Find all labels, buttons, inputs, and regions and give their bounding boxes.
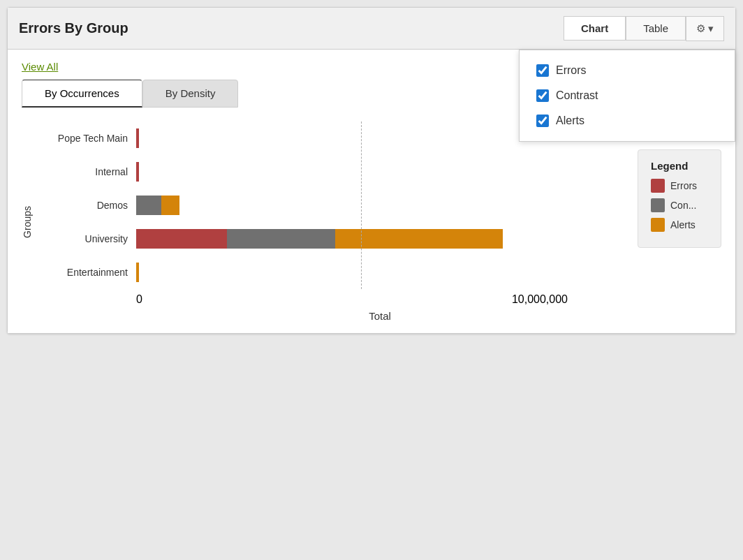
group-label: Pope Tech Main <box>38 133 136 144</box>
x-axis-ticks: 0 10,000,000 <box>136 293 624 306</box>
contrast-checkbox[interactable] <box>536 89 549 102</box>
tab-by-density[interactable]: By Density <box>142 80 239 108</box>
errors-checkbox-item: Errors <box>536 64 718 77</box>
bar-alerts <box>335 229 503 249</box>
header-controls: Chart Table ⚙ ▾ <box>564 16 724 41</box>
bar-errors <box>136 128 139 148</box>
legend-label-errors: Errors <box>670 180 697 191</box>
group-label: Entertainment <box>38 267 136 278</box>
bar-contrast <box>136 196 161 215</box>
legend-swatch-alerts <box>651 218 665 232</box>
y-axis-label: Groups <box>22 206 33 238</box>
legend-item-alerts: Alerts <box>651 218 708 232</box>
alerts-label: Alerts <box>556 115 584 127</box>
legend-title: Legend <box>651 160 708 172</box>
bar-errors <box>136 229 227 249</box>
group-label: Internal <box>38 166 136 177</box>
legend-box: Legend Errors Con... Alerts <box>638 149 721 248</box>
legend-swatch-errors <box>651 179 665 193</box>
widget-container: Errors By Group Chart Table ⚙ ▾ View All… <box>7 7 736 334</box>
bars-area <box>136 194 624 216</box>
table-row: Demos <box>38 189 624 222</box>
bars-area <box>136 228 624 250</box>
filter-dropdown: Errors Contrast Alerts <box>519 50 735 142</box>
x-tick-0: 0 <box>136 293 142 306</box>
view-all-link[interactable]: View All <box>22 61 58 73</box>
widget-header: Errors By Group Chart Table ⚙ ▾ <box>8 8 735 50</box>
legend-label-contrast: Con... <box>670 200 696 211</box>
errors-label: Errors <box>556 64 587 77</box>
gear-icon: ⚙ <box>696 22 705 35</box>
errors-checkbox[interactable] <box>536 64 549 77</box>
widget-title: Errors By Group <box>19 20 128 36</box>
alerts-checkbox-item: Alerts <box>536 115 718 127</box>
table-row: Internal <box>38 155 624 189</box>
legend-item-contrast: Con... <box>651 198 708 212</box>
contrast-checkbox-item: Contrast <box>536 89 718 102</box>
legend-swatch-contrast <box>651 198 665 212</box>
contrast-label: Contrast <box>556 89 598 102</box>
chart-area: Groups Pope Tech Main Internal <box>22 121 721 322</box>
legend-item-errors: Errors <box>651 179 708 193</box>
x-axis-title: Total <box>136 310 624 322</box>
table-row: Entertainment <box>38 256 624 289</box>
bar-alerts <box>161 196 179 215</box>
alerts-checkbox[interactable] <box>536 115 549 127</box>
dropdown-arrow-icon: ▾ <box>708 22 714 35</box>
widget-body: View All By Occurrences By Density Error… <box>8 50 735 333</box>
table-row: University <box>38 222 624 256</box>
chart-button[interactable]: Chart <box>564 16 626 40</box>
bar-contrast <box>227 229 335 249</box>
chart-inner: Pope Tech Main Internal De <box>38 121 624 322</box>
group-rows: Pope Tech Main Internal De <box>38 121 624 289</box>
gridline <box>361 121 362 289</box>
tab-by-occurrences[interactable]: By Occurrences <box>22 80 142 108</box>
bars-area <box>136 161 624 183</box>
group-label: University <box>38 233 136 244</box>
bar-errors <box>136 162 139 182</box>
group-label: Demos <box>38 200 136 211</box>
bars-area <box>136 261 624 283</box>
settings-button[interactable]: ⚙ ▾ <box>686 16 724 41</box>
x-tick-10m: 10,000,000 <box>512 293 568 306</box>
table-button[interactable]: Table <box>626 16 686 40</box>
bar-alerts <box>136 263 139 282</box>
legend-label-alerts: Alerts <box>670 219 696 230</box>
